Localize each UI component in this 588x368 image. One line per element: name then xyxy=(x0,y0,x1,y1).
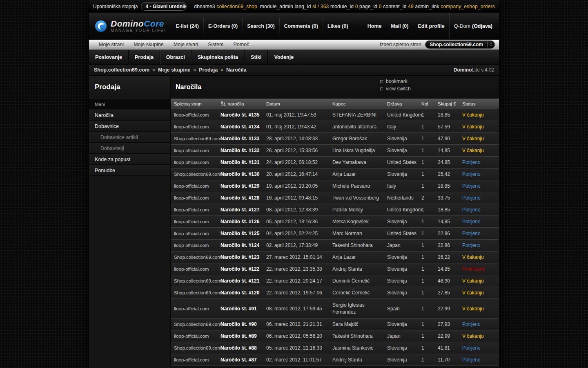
breadcrumb-item-narocila[interactable]: Naročila xyxy=(226,67,246,73)
order-row[interactable]: Shop.collection69.comNaročilo št. #13020… xyxy=(171,168,499,180)
tab-prodaja[interactable]: Prodaja xyxy=(129,50,160,64)
order-row[interactable]: lloop-official.comNaročilo št. #13226. a… xyxy=(171,145,499,157)
top-nav-item-e-orders-0[interactable]: E-Orders (0) xyxy=(204,13,242,39)
logout-link[interactable]: Q-Dom (Odjava) xyxy=(449,13,493,39)
order-row[interactable]: lloop-official.comNaročilo št. #13124. a… xyxy=(171,157,499,168)
cell-order[interactable]: Naročilo št. #130 xyxy=(220,171,266,177)
action-bookmark[interactable]: bookmark xyxy=(380,78,499,85)
cell-order[interactable]: Naročilo št. #87 xyxy=(220,357,266,363)
order-row[interactable]: lloop-official.comNaročilo št. #12504. a… xyxy=(171,228,499,240)
order-row[interactable]: lloop-official.comNaročilo št. #12402. a… xyxy=(171,240,499,251)
cell-order[interactable]: Naročilo št. #90 xyxy=(220,321,266,327)
menubar-item-pomoc[interactable]: Pomoč xyxy=(228,42,254,47)
order-row[interactable]: Shop.collection69.comNaročilo št. #12122… xyxy=(171,275,499,287)
order-row[interactable]: lloop-official.comNaročilo št. #9108. ma… xyxy=(171,299,499,319)
menubar-item-moje-skupine[interactable]: Moje skupine xyxy=(129,42,169,47)
order-row[interactable]: lloop-official.comNaročilo št. #12816. a… xyxy=(171,192,499,204)
cell-order[interactable]: Naročilo št. #122 xyxy=(220,266,266,272)
cell-order[interactable]: Naročilo št. #127 xyxy=(220,207,266,213)
cell-status[interactable]: V čakanju xyxy=(462,124,499,130)
top-nav-item-e-list-24[interactable]: E-list (24) xyxy=(172,13,203,39)
tab-poslovanje[interactable]: Poslovanje xyxy=(89,50,129,64)
column-header-order[interactable]: Št. naročila xyxy=(220,101,266,106)
order-row[interactable]: lloop-official.comNaročilo št. #8906. ma… xyxy=(171,330,499,342)
cell-status[interactable]: Potrjeno xyxy=(462,345,499,351)
cell-order[interactable]: Naročilo št. #135 xyxy=(220,112,266,118)
top-nav-item-search-30[interactable]: Search (30) xyxy=(243,13,279,39)
sidebar-item-kode-za-popust[interactable]: Kode za popust xyxy=(89,154,170,165)
brand-logo[interactable]: DominoCore MANAGE YOUR LIFE! xyxy=(89,20,166,33)
column-header-total[interactable]: Skupaj € xyxy=(438,101,462,106)
cell-status[interactable]: Potrjeno xyxy=(462,321,499,327)
tab-skupinska-posta[interactable]: Skupinska pošta xyxy=(192,50,245,64)
cell-status[interactable]: Potrjeno xyxy=(462,171,499,177)
cell-order[interactable]: Naročilo št. #121 xyxy=(220,278,266,284)
menubar-item-moje-strani[interactable]: Moje strani xyxy=(94,42,129,47)
stepper-arrows-icon[interactable]: ▲▼ xyxy=(487,42,494,47)
tab-vodenje[interactable]: Vodenje xyxy=(268,50,300,64)
cell-status[interactable]: V čakanju xyxy=(462,254,499,260)
cell-status[interactable]: Potrjeno xyxy=(462,207,499,213)
top-nav-item-comments-0[interactable]: Comments (0) xyxy=(280,13,323,39)
sidebar-item-dobavitelji[interactable]: Dobavitelji xyxy=(89,143,170,154)
order-row[interactable]: Shop.collection69.comNaročilo št. #12327… xyxy=(171,251,499,263)
sidebar-item-narocila[interactable]: Naročila xyxy=(89,110,170,121)
cell-status[interactable]: Potrjeno xyxy=(462,183,499,189)
menubar-item-sistem[interactable]: Sistem xyxy=(203,42,228,47)
action-view-switch[interactable]: view switch xyxy=(380,85,499,92)
order-row[interactable]: lloop-official.comNaročilo št. #12222. m… xyxy=(171,263,499,275)
cell-order[interactable]: Naročilo št. #126 xyxy=(220,219,266,224)
column-header-customer[interactable]: Kupec xyxy=(332,101,387,106)
cell-status[interactable]: V čakanju xyxy=(462,290,499,296)
cell-status[interactable]: Potrjeno xyxy=(462,219,499,224)
order-row[interactable]: Shop.collection69.comNaročilo št. #9006.… xyxy=(171,319,499,330)
column-header-site[interactable]: Spletna stran xyxy=(174,101,220,106)
order-row[interactable]: lloop-official.comNaročilo št. #12919. a… xyxy=(171,180,499,192)
cell-status[interactable]: Potrjeno xyxy=(462,195,499,201)
sidebar-item-ponudbe[interactable]: Ponudbe xyxy=(89,165,170,176)
column-header-qty[interactable]: Kol xyxy=(421,101,438,106)
cell-status[interactable]: Potrjeno xyxy=(462,357,499,363)
breadcrumb-item-shop-collection69-com[interactable]: Shop.collection69.com xyxy=(94,67,149,73)
cell-status[interactable]: Potrjeno xyxy=(462,242,499,248)
sidebar-item-dobavnice[interactable]: Dobavnice xyxy=(89,121,170,132)
cell-status[interactable]: Preklicano xyxy=(462,266,499,272)
user-level-select[interactable]: 4 - Glavni urednik ▲▼ xyxy=(141,2,187,11)
breadcrumb-item-moje-skupine[interactable]: Moje skupine xyxy=(158,67,190,73)
sidebar-item-dobavnice-artikli[interactable]: Dobavnice artikli xyxy=(89,132,170,143)
top-nav-item-home[interactable]: Home xyxy=(363,13,386,39)
breadcrumb-item-prodaja[interactable]: Prodaja xyxy=(199,67,218,73)
cell-order[interactable]: Naročilo št. #91 xyxy=(220,306,266,312)
order-row[interactable]: lloop-official.comNaročilo št. #13501. m… xyxy=(171,109,499,121)
order-row[interactable]: Shop.collection69.comNaročilo št. #8805.… xyxy=(171,342,499,354)
top-nav-item-mail-0[interactable]: Mail (0) xyxy=(386,13,413,39)
cell-order[interactable]: Naročilo št. #125 xyxy=(220,231,266,236)
tab-stiki[interactable]: Stiki xyxy=(245,50,268,64)
site-select-dropdown[interactable]: Shop.collection69.com ▲▼ xyxy=(425,40,495,49)
cell-status[interactable]: V čakanju xyxy=(462,333,499,339)
cell-status[interactable]: Potrjeno xyxy=(462,231,499,236)
order-row[interactable]: Shop.collection69.comNaročilo št. #12022… xyxy=(171,287,499,299)
cell-status[interactable]: V čakanju xyxy=(462,112,499,118)
tab-obrazci[interactable]: Obrazci xyxy=(160,50,192,64)
cell-order[interactable]: Naročilo št. #132 xyxy=(220,148,266,153)
cell-order[interactable]: Naročilo št. #120 xyxy=(220,290,266,296)
cell-order[interactable]: Naročilo št. #133 xyxy=(220,136,266,141)
cell-status[interactable]: V čakanju xyxy=(462,278,499,284)
column-header-country[interactable]: Država xyxy=(387,101,421,106)
top-nav-item-edit-profile[interactable]: Edit profile xyxy=(413,13,449,39)
cell-order[interactable]: Naročilo št. #123 xyxy=(220,254,266,260)
cell-order[interactable]: Naročilo št. #128 xyxy=(220,195,266,201)
cell-order[interactable]: Naročilo št. #131 xyxy=(220,159,266,165)
cell-status[interactable]: V čakanju xyxy=(462,306,499,312)
cell-order[interactable]: Naročilo št. #89 xyxy=(220,333,266,339)
cell-order[interactable]: Naročilo št. #124 xyxy=(220,242,266,248)
column-header-status[interactable]: Status xyxy=(462,101,499,106)
top-nav-item-likes-0[interactable]: Likes (0) xyxy=(323,13,353,39)
order-row[interactable]: lloop-official.comNaročilo št. #8702. ma… xyxy=(171,354,499,366)
order-row[interactable]: lloop-official.comNaročilo št. #13401. m… xyxy=(171,121,499,133)
cell-order[interactable]: Naročilo št. #134 xyxy=(220,124,266,130)
cell-order[interactable]: Naročilo št. #129 xyxy=(220,183,266,189)
cell-status[interactable]: Potrjeno xyxy=(462,159,499,165)
order-row[interactable]: Shop.collection69.comNaročilo št. #13328… xyxy=(171,133,499,145)
